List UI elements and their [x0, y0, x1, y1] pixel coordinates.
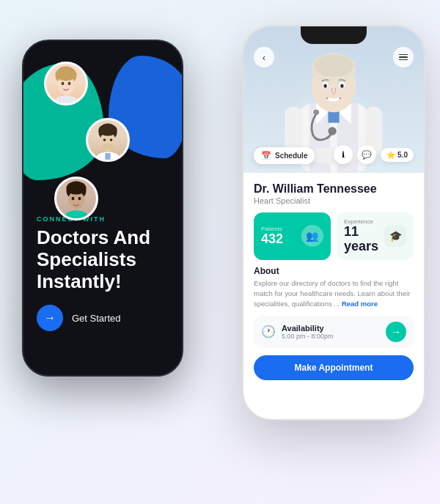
- get-started-arrow-button[interactable]: →: [37, 305, 63, 331]
- about-section: About Explore our directory of doctors t…: [254, 266, 414, 310]
- doctor-name: Dr. William Tennessee: [254, 182, 414, 196]
- doctor-info: Dr. William Tennessee Heart Specialist: [254, 182, 414, 205]
- availability-arrow-button[interactable]: →: [386, 322, 406, 342]
- schedule-badge[interactable]: 📅 Schedule: [254, 147, 315, 164]
- about-text: Explore our directory of doctors to find…: [254, 278, 414, 310]
- avatar-top-left: [44, 62, 88, 105]
- connect-label: conneCT With: [37, 215, 169, 223]
- svg-point-27: [328, 127, 336, 135]
- svg-point-17: [72, 197, 75, 201]
- svg-point-10: [103, 138, 106, 141]
- right-info-icons: ℹ 💬 ⭐ 5.0: [334, 145, 414, 164]
- doctor-specialty: Heart Specialist: [254, 196, 414, 205]
- make-appointment-button[interactable]: Make Appointment: [254, 355, 414, 380]
- experience-stat-card: Experience 11 years 🎓: [337, 212, 414, 260]
- menu-line-1: [399, 54, 408, 56]
- left-phone-notch: [73, 41, 132, 57]
- patients-icon: 👥: [301, 225, 323, 247]
- schedule-icon: 📅: [261, 151, 271, 160]
- avatar-bottom-left: [54, 177, 98, 220]
- rating-badge: ⭐ 5.0: [381, 148, 414, 162]
- get-started-row: → Get Started: [37, 305, 169, 331]
- phones-container: conneCT With Doctors And Specialists Ins…: [7, 10, 433, 494]
- stats-row: Patients 432 👥 Experience 11 years: [254, 212, 414, 260]
- right-phone-notch: [301, 26, 367, 44]
- svg-point-9: [101, 144, 114, 150]
- clock-icon: 🕐: [261, 325, 276, 338]
- svg-point-8: [98, 124, 117, 136]
- svg-point-16: [67, 182, 87, 195]
- svg-point-11: [110, 138, 113, 141]
- avatar-middle: [86, 118, 130, 162]
- menu-line-2: [399, 56, 408, 58]
- svg-point-4: [68, 82, 71, 86]
- phone-right: ‹: [242, 25, 425, 420]
- svg-point-3: [62, 82, 65, 86]
- svg-point-18: [78, 197, 81, 201]
- about-title: About: [254, 266, 414, 276]
- svg-point-36: [324, 84, 326, 87]
- patients-stat-card: Patients 432 👥: [254, 212, 331, 260]
- doctor-image-area: ‹: [243, 26, 424, 173]
- right-content: Dr. William Tennessee Heart Specialist P…: [243, 173, 424, 419]
- schedule-label: Schedule: [275, 152, 307, 160]
- menu-button[interactable]: [393, 47, 414, 67]
- phone-left: conneCT With Doctors And Specialists Ins…: [22, 40, 183, 377]
- main-headline: Doctors And Specialists Instantly!: [37, 227, 169, 293]
- back-button[interactable]: ‹: [254, 47, 274, 67]
- svg-point-37: [341, 84, 343, 87]
- svg-rect-13: [105, 153, 110, 161]
- menu-line-3: [399, 59, 408, 61]
- right-top-bar: ‹: [243, 47, 424, 67]
- availability-row: 🕐 Availability 5:00 pm - 8:00pm →: [254, 316, 414, 348]
- experience-icon: 🎓: [384, 225, 406, 247]
- svg-point-2: [56, 67, 77, 81]
- patients-value: 432: [261, 232, 296, 247]
- read-more-link[interactable]: Read more: [342, 300, 378, 308]
- info-icon[interactable]: ℹ: [334, 145, 353, 164]
- availability-title: Availability: [282, 324, 380, 333]
- availability-time: 5:00 pm - 8:00pm: [282, 333, 380, 340]
- svg-point-28: [313, 110, 319, 116]
- get-started-label: Get Started: [72, 313, 120, 324]
- experience-value: 11 years: [344, 225, 378, 254]
- left-bottom-content: conneCT With Doctors And Specialists Ins…: [23, 215, 182, 331]
- chat-icon[interactable]: 💬: [357, 145, 376, 164]
